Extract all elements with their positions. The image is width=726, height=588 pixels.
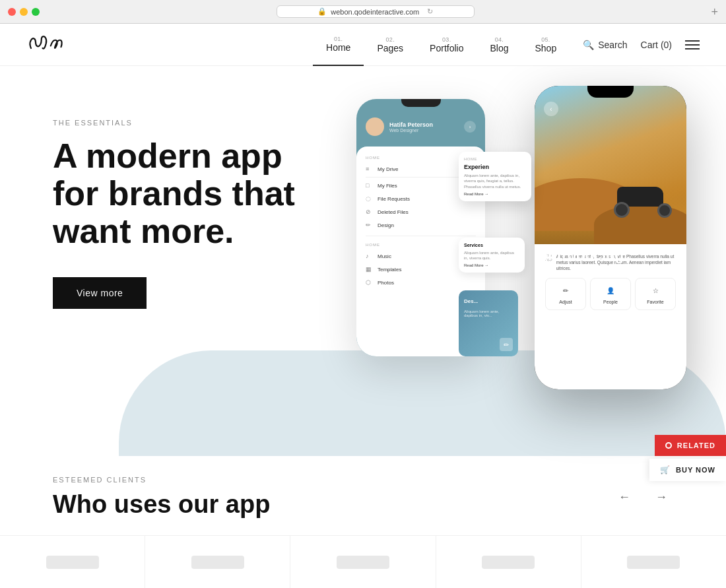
- sidebar-item-photos: ⬡ Photos: [356, 276, 485, 289]
- view-more-button[interactable]: View more: [53, 277, 147, 309]
- related-button[interactable]: RELATED: [655, 435, 726, 456]
- related-icon: [665, 442, 672, 449]
- panel-label-home: Home: [464, 157, 526, 161]
- client-logo-3: [290, 536, 436, 588]
- sidebar-label-templates: Templates: [378, 267, 401, 273]
- hero-title: A modern app for brands that want more.: [53, 137, 330, 251]
- action-button-people[interactable]: 👤 People: [590, 278, 631, 310]
- search-icon: 🔍: [583, 40, 594, 50]
- menu-line-2: [685, 44, 700, 46]
- people-label: People: [603, 300, 618, 304]
- panel-title-experience: Experien: [464, 164, 526, 170]
- design-panel-icon: ✏: [500, 338, 513, 351]
- minimize-button[interactable]: [20, 8, 28, 16]
- panel-text-experience: Aliquam lorem ante, dapibus in, viverra …: [464, 173, 526, 189]
- nav-label-blog: Blog: [490, 43, 508, 53]
- nav-item-pages[interactable]: 02. Pages: [364, 24, 416, 66]
- nav-item-shop[interactable]: 05. Shop: [521, 24, 570, 66]
- phone-hero-image: ‹: [535, 86, 686, 257]
- hero-content: THE ESSENTIALS A modern app for brands t…: [53, 119, 330, 309]
- requests-icon: ◌: [366, 195, 372, 202]
- services-panel-title: Services: [464, 243, 519, 247]
- browser-chrome: 🔒 webon.qodeinteractive.com ↻ +: [0, 0, 726, 24]
- panel-read-more-link[interactable]: Read More →: [464, 192, 526, 196]
- sidebar-label-deleted-files: Deleted Files: [378, 209, 409, 215]
- sidebar-label-design: Design: [378, 222, 394, 228]
- phone-mockups-container: Hatifa Peterson Web Designer › Home ≡ My…: [356, 86, 686, 416]
- sidebar-label-photos: Photos: [378, 280, 394, 286]
- design-icon: ✏: [366, 222, 372, 228]
- nav-label-portfolio: Portfolio: [430, 43, 463, 53]
- phone-services-panel: Services Aliquam lorem ante, dapibus in,…: [459, 238, 525, 273]
- nav-num-blog: 04.: [495, 36, 504, 43]
- design-panel-label: Des...: [459, 293, 518, 310]
- close-button[interactable]: [8, 8, 16, 16]
- url-text: webon.qodeinteractive.com: [331, 8, 419, 16]
- buy-label: BUY NOW: [676, 466, 715, 474]
- phone-mockup-car: ‹ Introducing The App Aliquam lorem ante…: [535, 86, 686, 389]
- phone-profile-header: Hatifa Peterson Web Designer ›: [356, 112, 485, 141]
- client-logo-5: [581, 536, 726, 588]
- clients-section: ESTEEMED CLIENTS Who uses our app ← →: [0, 456, 726, 588]
- search-label: Search: [598, 40, 627, 50]
- logo-placeholder-1: [46, 556, 99, 569]
- templates-icon: ▦: [366, 266, 372, 273]
- atv-vehicle: [614, 181, 673, 218]
- address-bar: 🔒 webon.qodeinteractive.com ↻: [71, 5, 679, 18]
- introducing-label: Introducing: [544, 247, 624, 264]
- hamburger-menu-button[interactable]: [685, 40, 700, 49]
- profile-info: Hatifa Peterson Web Designer: [389, 121, 433, 133]
- services-read-more-link[interactable]: Read More →: [464, 263, 519, 267]
- files-icon: □: [366, 182, 372, 189]
- nav-num-home: 01.: [334, 36, 343, 42]
- prev-arrow-button[interactable]: ←: [612, 485, 636, 509]
- nav-item-blog[interactable]: 04. Blog: [477, 24, 521, 66]
- logo[interactable]: [26, 34, 73, 56]
- action-button-favorite[interactable]: ☆ Favorite: [635, 278, 676, 310]
- adjust-label: Adjust: [559, 300, 572, 304]
- logo-placeholder-2: [191, 556, 244, 569]
- website-content: 01. Home 02. Pages 03. Portfolio 04. Blo…: [0, 24, 726, 588]
- logo-placeholder-4: [482, 556, 535, 569]
- deleted-icon: ⊘: [366, 209, 372, 215]
- hero-eyebrow: THE ESSENTIALS: [53, 119, 330, 127]
- sidebar-item-design: ✏ Design: [356, 218, 485, 232]
- client-logos-row: [0, 535, 726, 588]
- favorite-icon: ☆: [649, 284, 662, 297]
- nav-num-pages: 02.: [386, 36, 395, 43]
- maximize-button[interactable]: [32, 8, 40, 16]
- people-icon: 👤: [604, 284, 617, 297]
- main-nav: 01. Home 02. Pages 03. Portfolio 04. Blo…: [0, 24, 726, 66]
- logo-svg: [26, 34, 73, 53]
- next-arrow-button[interactable]: →: [649, 485, 673, 509]
- related-label: RELATED: [677, 441, 715, 449]
- nav-item-home[interactable]: 01. Home: [313, 24, 364, 66]
- carousel-arrows: ← →: [612, 485, 673, 509]
- clients-title: Who uses our app: [53, 490, 673, 519]
- client-logo-2: [145, 536, 290, 588]
- traffic-lights: [8, 8, 40, 16]
- menu-line-1: [685, 40, 700, 42]
- new-tab-button[interactable]: +: [711, 6, 718, 18]
- sidebar-label-my-drive: My Drive: [378, 166, 399, 172]
- action-button-adjust[interactable]: ✏ Adjust: [545, 278, 586, 310]
- url-bar[interactable]: 🔒 webon.qodeinteractive.com ↻: [277, 5, 475, 18]
- logo-placeholder-5: [627, 556, 680, 569]
- cart-button[interactable]: Cart (0): [641, 40, 672, 50]
- sidebar-label-file-requests: File Requests: [378, 196, 410, 202]
- favorite-label: Favorite: [647, 300, 663, 304]
- nav-item-portfolio[interactable]: 03. Portfolio: [416, 24, 477, 66]
- services-panel-text: Aliquam lorem ante, dapibus in, viverra …: [464, 250, 519, 261]
- nav-num-shop: 05.: [541, 36, 550, 43]
- search-button[interactable]: 🔍 Search: [583, 40, 627, 50]
- avatar: [366, 117, 384, 136]
- action-buttons-row: ✏ Adjust 👤 People ☆ Favorite: [545, 278, 676, 310]
- photos-icon: ⬡: [366, 279, 372, 286]
- sidebar-label-my-files: My Files: [378, 183, 397, 189]
- reload-icon[interactable]: ↻: [427, 7, 433, 16]
- cart-icon: 🛒: [660, 465, 671, 474]
- logo-placeholder-3: [337, 556, 389, 569]
- phone-app-content: The App Aliquam lorem ante, dapibus in, …: [535, 244, 686, 389]
- buy-now-button[interactable]: 🛒 BUY NOW: [649, 459, 726, 481]
- menu-line-3: [685, 48, 700, 49]
